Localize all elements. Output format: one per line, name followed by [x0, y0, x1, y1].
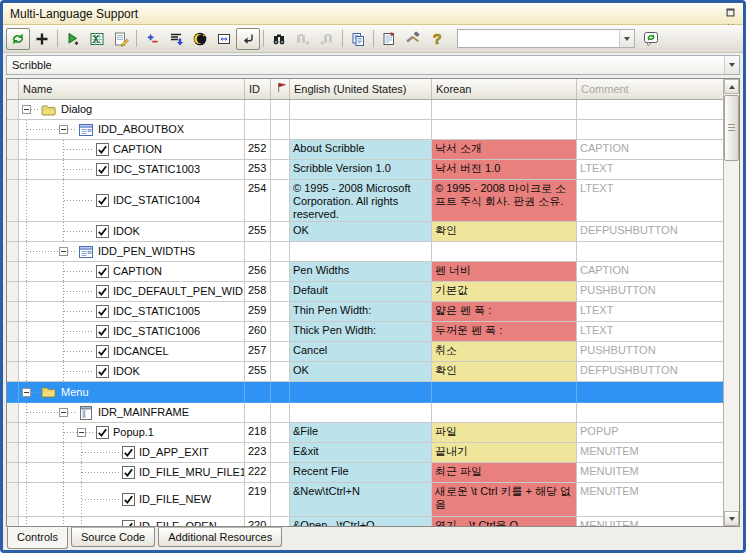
flag-cell[interactable]	[271, 322, 290, 342]
name-cell[interactable]: ID_FILE_NEW	[19, 483, 245, 517]
search-input[interactable]	[458, 33, 619, 45]
flag-cell[interactable]	[271, 302, 290, 322]
korean-cell[interactable]: 새로운 \t Ctrl 키를 + 해당 없음	[432, 483, 577, 517]
comment-cell[interactable]	[577, 100, 723, 120]
checkbox[interactable]	[96, 285, 109, 298]
name-cell[interactable]: IDOK	[19, 362, 245, 382]
find-button[interactable]	[267, 28, 291, 50]
id-cell[interactable]: 253	[245, 160, 271, 180]
comment-cell[interactable]	[577, 120, 723, 140]
korean-cell[interactable]	[432, 382, 577, 403]
english-cell[interactable]: &Open...\tCtrl+O	[290, 517, 432, 526]
korean-cell[interactable]: 펜 너비	[432, 262, 577, 282]
maximize-button[interactable]	[721, 6, 739, 21]
korean-cell[interactable]: 파일	[432, 423, 577, 443]
comment-cell[interactable]: CAPTION	[577, 262, 723, 282]
flag-cell[interactable]	[271, 362, 290, 382]
korean-cell[interactable]: 끝내기	[432, 443, 577, 463]
id-cell[interactable]	[245, 242, 271, 262]
expander-icon[interactable]	[22, 388, 31, 397]
name-cell[interactable]: ID_APP_EXIT	[19, 443, 245, 463]
id-cell[interactable]	[245, 100, 271, 120]
id-cell[interactable]: 222	[245, 463, 271, 483]
column-header-name[interactable]: Name	[19, 79, 245, 99]
english-cell[interactable]: OK	[290, 222, 432, 242]
english-cell[interactable]: Cancel	[290, 342, 432, 362]
name-cell[interactable]: Menu	[19, 382, 245, 403]
name-cell[interactable]: ID_FILE_OPEN	[19, 517, 245, 526]
tree-row-IDC_STATIC1004[interactable]: IDC_STATIC1004254© 1995 - 2008 Microsoft…	[7, 180, 723, 222]
checkbox[interactable]	[122, 493, 135, 506]
tree-row-ID_FILE_NEW[interactable]: ID_FILE_NEW219&New\tCtrl+N새로운 \t Ctrl 키를…	[7, 483, 723, 517]
toolbar-search-combobox[interactable]	[457, 29, 635, 48]
id-cell[interactable]: 254	[245, 180, 271, 222]
scrollbar-track[interactable]	[724, 94, 739, 511]
id-cell[interactable]: 252	[245, 140, 271, 160]
run-export-button[interactable]	[61, 28, 85, 50]
checkbox[interactable]	[96, 194, 109, 207]
comment-cell[interactable]: CAPTION	[577, 140, 723, 160]
scroll-up-button[interactable]	[724, 79, 739, 94]
korean-cell[interactable]	[432, 100, 577, 120]
name-cell[interactable]: ID_FILE_MRU_FILE1	[19, 463, 245, 483]
checkbox[interactable]	[122, 466, 135, 479]
checkbox[interactable]	[96, 225, 109, 238]
checkbox[interactable]	[96, 365, 109, 378]
checkbox[interactable]	[96, 305, 109, 318]
english-cell[interactable]: &New\tCtrl+N	[290, 483, 432, 517]
id-cell[interactable]	[245, 403, 271, 423]
korean-cell[interactable]	[432, 242, 577, 262]
id-cell[interactable]	[245, 120, 271, 140]
flag-cell[interactable]	[271, 342, 290, 362]
tree-row-IDC_DEFAULT_PEN_WID[interactable]: IDC_DEFAULT_PEN_WID258Default기본값PUSHBUTT…	[7, 282, 723, 302]
korean-cell[interactable]: 열기... \t Ctrl을 O	[432, 517, 577, 526]
tree-row-Popup.1[interactable]: Popup.1218&File파일POPUP	[7, 423, 723, 443]
id-cell[interactable]: 220	[245, 517, 271, 526]
name-cell[interactable]: IDC_STATIC1003	[19, 160, 245, 180]
checkbox[interactable]	[96, 426, 109, 439]
comment-cell[interactable]: PUSHBUTTON	[577, 342, 723, 362]
comment-cell[interactable]	[577, 403, 723, 423]
checkbox[interactable]	[96, 325, 109, 338]
name-cell[interactable]: IDR_MAINFRAME	[19, 403, 245, 423]
flag-cell[interactable]	[271, 140, 290, 160]
name-cell[interactable]: IDD_ABOUTBOX	[19, 120, 245, 140]
flag-cell[interactable]	[271, 242, 290, 262]
comment-cell[interactable]: PUSHBUTTON	[577, 282, 723, 302]
flag-cell[interactable]	[271, 222, 290, 242]
column-header-id[interactable]: ID	[245, 79, 271, 99]
tab-source-code[interactable]: Source Code	[71, 527, 155, 547]
english-cell[interactable]: Pen Widths	[290, 262, 432, 282]
korean-cell[interactable]	[432, 120, 577, 140]
expander-icon[interactable]	[22, 105, 31, 114]
comment-cell[interactable]: DEFPUSHBUTTON	[577, 362, 723, 382]
translate-button[interactable]	[639, 28, 663, 50]
id-cell[interactable]: 223	[245, 443, 271, 463]
sync-button[interactable]	[6, 28, 30, 50]
tree-row-CAPTION[interactable]: CAPTION252About Scribble낙서 소개CAPTION	[7, 140, 723, 160]
word-wrap-button[interactable]	[236, 28, 260, 50]
checkbox[interactable]	[96, 345, 109, 358]
checkbox[interactable]	[96, 163, 109, 176]
tree-row-ID_APP_EXIT[interactable]: ID_APP_EXIT223E&xit끝내기MENUITEM	[7, 443, 723, 463]
tree-row-IDC_STATIC1003[interactable]: IDC_STATIC1003253Scribble Version 1.0낙서 …	[7, 160, 723, 180]
flag-cell[interactable]	[271, 517, 290, 526]
tree-row-Dialog[interactable]: Dialog	[7, 100, 723, 120]
checkbox[interactable]	[122, 446, 135, 459]
fill-down-button[interactable]	[164, 28, 188, 50]
english-cell[interactable]: OK	[290, 362, 432, 382]
add-remove-button[interactable]	[140, 28, 164, 50]
tools-button[interactable]	[401, 28, 425, 50]
add-button[interactable]	[30, 28, 54, 50]
flag-cell[interactable]	[271, 463, 290, 483]
english-cell[interactable]: © 1995 - 2008 Microsoft Corporation. All…	[290, 180, 432, 222]
dropdown-arrow-icon[interactable]	[619, 30, 634, 47]
resource-file-combobox[interactable]: Scribble	[6, 55, 740, 75]
id-cell[interactable]: 219	[245, 483, 271, 517]
name-cell[interactable]: CAPTION	[19, 140, 245, 160]
english-cell[interactable]	[290, 403, 432, 423]
name-cell[interactable]: IDC_DEFAULT_PEN_WID	[19, 282, 245, 302]
comment-cell[interactable]	[577, 382, 723, 403]
english-cell[interactable]	[290, 382, 432, 403]
properties-button[interactable]	[377, 28, 401, 50]
